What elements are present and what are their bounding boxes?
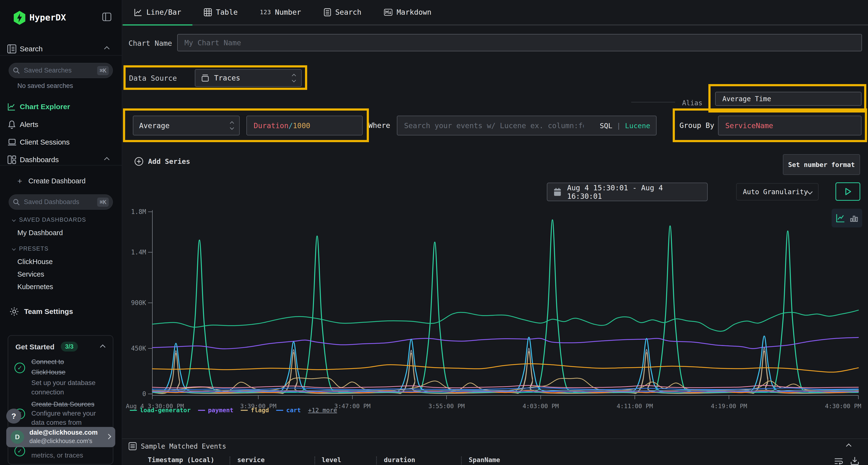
column-separator [314, 457, 315, 464]
app-window: HyperDX Search ⌘K No saved searches Char… [0, 0, 868, 465]
help-button[interactable]: ? [6, 409, 21, 424]
get-started-item-title: Create Data Sources [31, 400, 94, 408]
series-unnamed [152, 336, 858, 392]
divider [0, 55, 122, 56]
sidebar-item-alerts[interactable]: Alerts [7, 117, 115, 132]
user-chip[interactable]: D dale@clickhouse.com dale@clickhouse.co… [6, 427, 115, 447]
group-label-presets[interactable]: PRESETS [12, 245, 49, 252]
column-separator [376, 457, 377, 464]
column-header-duration[interactable]: duration [384, 456, 415, 464]
gear-icon [9, 306, 19, 317]
sidebar-item-services[interactable]: Services [18, 270, 44, 278]
column-header-spanname[interactable]: SpanName [469, 456, 500, 464]
legend-item--12-more[interactable]: +12 more [308, 407, 337, 414]
get-started-item-title: Connect to [31, 358, 64, 366]
get-started-item-title: ClickHouse [31, 368, 66, 376]
sidebar-item-chart-explorer[interactable]: Chart Explorer [7, 99, 115, 114]
series-unnamed [152, 310, 858, 331]
create-dashboard-button[interactable]: + Create Dashboard [18, 176, 86, 186]
time-series-chart[interactable]: 0450K900K1.4M1.8MAug 4 3:30:00 PM3:39:00… [122, 195, 868, 419]
sidebar-item-clickhouse[interactable]: ClickHouse [18, 258, 53, 266]
saved-searches-field[interactable] [23, 66, 97, 74]
series-unnamed [152, 386, 858, 388]
plus-icon: + [18, 176, 22, 186]
chevron-up-icon [104, 157, 110, 163]
markdown-icon [383, 8, 393, 16]
check-circle-icon: ✓ [14, 446, 25, 456]
legend-swatch [276, 410, 283, 411]
tab-number[interactable]: 123Number [249, 0, 312, 24]
group-by-input[interactable]: ServiceName [718, 115, 862, 135]
tab-table[interactable]: Table [192, 0, 249, 24]
add-series-button[interactable]: Add Series [134, 157, 190, 166]
group-label-saved-dashboards[interactable]: SAVED DASHBOARDS [12, 217, 86, 223]
series-unnamed [152, 391, 858, 392]
saved-searches-input[interactable]: ⌘K [9, 63, 113, 78]
get-started-item-desc: connection [31, 388, 64, 396]
tab-line-bar[interactable]: Line/Bar [123, 0, 192, 24]
select-chevrons-icon [292, 74, 296, 82]
column-separator [229, 457, 230, 464]
tab-search[interactable]: Search [312, 0, 373, 24]
wrap-text-icon[interactable] [834, 457, 843, 465]
play-icon [844, 188, 851, 196]
sidebar-item-client-sessions[interactable]: Client Sessions [7, 135, 115, 150]
tab-label: Table [216, 8, 238, 16]
set-number-format-button[interactable]: Set number format [783, 154, 860, 175]
column-header-level[interactable]: level [322, 456, 341, 464]
legend-item-cart: cart [276, 407, 301, 414]
sidebar-item-label: Client Sessions [20, 138, 70, 146]
tab-markdown[interactable]: Markdown [373, 0, 443, 24]
field-expression-input[interactable]: Duration/1000 [246, 115, 363, 135]
chart-name-input[interactable] [177, 34, 862, 51]
svg-text:450K: 450K [131, 345, 146, 352]
column-separator [461, 457, 462, 464]
sidebar-item-label: Chart Explorer [20, 103, 70, 111]
check-circle-icon: ✓ [14, 363, 25, 373]
saved-dashboards-field[interactable] [23, 198, 97, 206]
group-by-label: Group By [679, 121, 714, 130]
select-chevrons-icon [230, 122, 234, 129]
where-label: Where [368, 121, 390, 130]
tab-label: Markdown [397, 8, 432, 16]
document-icon [323, 8, 332, 16]
svg-text:0: 0 [142, 390, 146, 398]
legend-item-flagd: flagd [241, 407, 269, 414]
plus-circle-icon [134, 157, 144, 166]
get-started-item-desc: Set up your database [31, 379, 95, 387]
svg-text:4:11:00 PM: 4:11:00 PM [617, 403, 653, 409]
get-started-partial-text: metrics, or traces [31, 452, 83, 459]
sidebar-item-label: Alerts [20, 121, 38, 129]
column-header-service[interactable]: service [237, 456, 265, 464]
user-subtext: dale@clickhouse.com's [29, 437, 92, 444]
sidebar-section-search[interactable]: Search [7, 41, 115, 56]
svg-text:1.4M: 1.4M [131, 248, 146, 256]
saved-dashboards-input[interactable]: ⌘K [9, 194, 113, 210]
column-header-timestamp-local-[interactable]: Timestamp (Local) [148, 456, 214, 464]
sidebar-item-kubernetes[interactable]: Kubernetes [18, 283, 53, 291]
search-icon [13, 67, 20, 74]
expression-token: 1000 [293, 122, 310, 130]
shortcut-badge: ⌘K [97, 198, 109, 207]
alias-input[interactable] [715, 92, 862, 106]
chevron-up-icon[interactable] [100, 344, 105, 350]
chevron-up-icon[interactable] [846, 443, 851, 449]
divider [0, 165, 122, 166]
aggregation-select[interactable]: Average [133, 115, 240, 135]
search-panel-icon [7, 44, 20, 54]
chart-name-label: Chart Name [128, 39, 172, 47]
download-icon[interactable] [850, 456, 860, 465]
sidebar-collapse-icon[interactable] [102, 12, 112, 21]
get-started-badge: 3/3 [61, 342, 78, 352]
chevron-down-icon [12, 218, 16, 222]
team-settings-button[interactable]: Team Settings [9, 306, 73, 317]
get-started-title: Get Started [16, 343, 55, 351]
sample-events-title: Sample Matched Events [141, 442, 226, 450]
sidebar-item-my-dashboard[interactable]: My Dashboard [18, 229, 63, 237]
data-source-select[interactable]: Traces [195, 69, 302, 87]
chevron-down-icon [12, 247, 16, 251]
svg-text:3:47:00 PM: 3:47:00 PM [334, 403, 371, 409]
alias-connector-line [631, 102, 675, 102]
section-divider [122, 438, 868, 439]
query-language-toggle[interactable]: SQL | Lucene [600, 122, 650, 130]
